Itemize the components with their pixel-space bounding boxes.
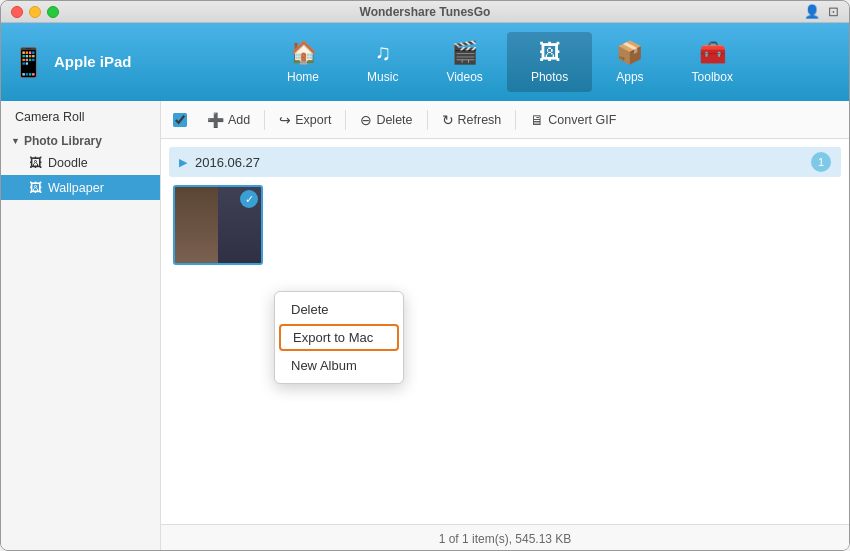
wallpaper-label: Wallpaper bbox=[48, 181, 104, 195]
photo-library-label: Photo Library bbox=[24, 134, 102, 148]
add-button[interactable]: ➕ Add bbox=[199, 108, 258, 132]
tab-photos[interactable]: 🖼 Photos bbox=[507, 32, 592, 92]
tab-music-label: Music bbox=[367, 70, 398, 84]
device-info: 📱 Apple iPad bbox=[11, 46, 181, 79]
header: 📱 Apple iPad 🏠 Home ♫ Music 🎬 Videos 🖼 P… bbox=[1, 23, 849, 101]
camera-roll-label: Camera Roll bbox=[15, 110, 84, 124]
delete-icon: ⊖ bbox=[360, 112, 372, 128]
date-group-label: 2016.06.27 bbox=[195, 155, 811, 170]
delete-label: Delete bbox=[376, 113, 412, 127]
sidebar: Camera Roll ▼ Photo Library 🖼 Doodle 🖼 W… bbox=[1, 101, 161, 551]
tab-home-label: Home bbox=[287, 70, 319, 84]
titlebar: Wondershare TunesGo 👤 ⊡ bbox=[1, 1, 849, 23]
photo-thumbnail[interactable]: ✓ bbox=[173, 185, 263, 265]
sidebar-item-doodle[interactable]: 🖼 Doodle bbox=[1, 150, 160, 175]
add-label: Add bbox=[228, 113, 250, 127]
video-icon: 🎬 bbox=[451, 40, 478, 66]
home-icon: 🏠 bbox=[290, 40, 317, 66]
context-export-label: Export to Mac bbox=[293, 330, 373, 345]
tab-toolbox[interactable]: 🧰 Toolbox bbox=[668, 32, 757, 92]
device-name: Apple iPad bbox=[54, 53, 132, 71]
photos-icon: 🖼 bbox=[539, 40, 561, 66]
tab-music[interactable]: ♫ Music bbox=[343, 32, 422, 92]
chevron-down-icon: ▼ bbox=[11, 136, 20, 146]
refresh-button[interactable]: ↻ Refresh bbox=[434, 108, 510, 132]
cast-icon[interactable]: ⊡ bbox=[828, 4, 839, 19]
tab-home[interactable]: 🏠 Home bbox=[263, 32, 343, 92]
sidebar-item-wallpaper[interactable]: 🖼 Wallpaper bbox=[1, 175, 160, 200]
export-icon: ↪ bbox=[279, 112, 291, 128]
sidebar-section-photo-library[interactable]: ▼ Photo Library bbox=[1, 129, 160, 150]
tab-apps[interactable]: 📦 Apps bbox=[592, 32, 667, 92]
export-label: Export bbox=[295, 113, 331, 127]
date-group-count: 1 bbox=[811, 152, 831, 172]
device-icon: 📱 bbox=[11, 46, 46, 79]
check-badge: ✓ bbox=[240, 190, 258, 208]
separator-4 bbox=[515, 110, 516, 130]
content-pane: ➕ Add ↪ Export ⊖ Delete ↻ Refresh 🖥 Conv… bbox=[161, 101, 849, 551]
app-title: Wondershare TunesGo bbox=[360, 5, 491, 19]
tab-apps-label: Apps bbox=[616, 70, 643, 84]
toolbar: ➕ Add ↪ Export ⊖ Delete ↻ Refresh 🖥 Conv… bbox=[161, 101, 849, 139]
tab-videos-label: Videos bbox=[446, 70, 482, 84]
toolbox-icon: 🧰 bbox=[699, 40, 726, 66]
main-content: Camera Roll ▼ Photo Library 🖼 Doodle 🖼 W… bbox=[1, 101, 849, 551]
tab-photos-label: Photos bbox=[531, 70, 568, 84]
convert-gif-button[interactable]: 🖥 Convert GIF bbox=[522, 108, 624, 132]
plus-icon: ➕ bbox=[207, 112, 224, 128]
photo-area[interactable]: ▶ 2016.06.27 1 ✓ bbox=[161, 139, 849, 524]
date-chevron-icon: ▶ bbox=[179, 156, 187, 169]
export-button[interactable]: ↪ Export bbox=[271, 108, 339, 132]
date-group-header[interactable]: ▶ 2016.06.27 1 bbox=[169, 147, 841, 177]
folder-icon-wallpaper: 🖼 bbox=[29, 180, 42, 195]
refresh-icon: ↻ bbox=[442, 112, 454, 128]
window-controls[interactable] bbox=[11, 6, 59, 18]
gif-icon: 🖥 bbox=[530, 112, 544, 128]
titlebar-actions: 👤 ⊡ bbox=[804, 4, 839, 19]
separator-1 bbox=[264, 110, 265, 130]
context-delete-label: Delete bbox=[291, 302, 329, 317]
context-menu: Delete Export to Mac New Album bbox=[274, 291, 404, 384]
nav-tabs: 🏠 Home ♫ Music 🎬 Videos 🖼 Photos 📦 Apps … bbox=[181, 32, 839, 92]
context-menu-item-new-album[interactable]: New Album bbox=[275, 352, 403, 379]
context-menu-item-export-to-mac[interactable]: Export to Mac bbox=[279, 324, 399, 351]
convert-gif-label: Convert GIF bbox=[548, 113, 616, 127]
tab-videos[interactable]: 🎬 Videos bbox=[422, 32, 506, 92]
photo-grid: ✓ bbox=[169, 185, 841, 265]
doodle-label: Doodle bbox=[48, 156, 88, 170]
user-icon[interactable]: 👤 bbox=[804, 4, 820, 19]
status-text: 1 of 1 item(s), 545.13 KB bbox=[439, 532, 572, 546]
folder-icon: 🖼 bbox=[29, 155, 42, 170]
sidebar-item-camera-roll[interactable]: Camera Roll bbox=[1, 105, 160, 129]
delete-button[interactable]: ⊖ Delete bbox=[352, 108, 420, 132]
refresh-label: Refresh bbox=[458, 113, 502, 127]
maximize-button[interactable] bbox=[47, 6, 59, 18]
separator-2 bbox=[345, 110, 346, 130]
separator-3 bbox=[427, 110, 428, 130]
select-all-checkbox[interactable] bbox=[173, 113, 187, 127]
status-bar: 1 of 1 item(s), 545.13 KB bbox=[161, 524, 849, 551]
close-button[interactable] bbox=[11, 6, 23, 18]
minimize-button[interactable] bbox=[29, 6, 41, 18]
apps-icon: 📦 bbox=[616, 40, 643, 66]
music-icon: ♫ bbox=[374, 40, 391, 66]
context-menu-item-delete[interactable]: Delete bbox=[275, 296, 403, 323]
context-new-album-label: New Album bbox=[291, 358, 357, 373]
tab-toolbox-label: Toolbox bbox=[692, 70, 733, 84]
